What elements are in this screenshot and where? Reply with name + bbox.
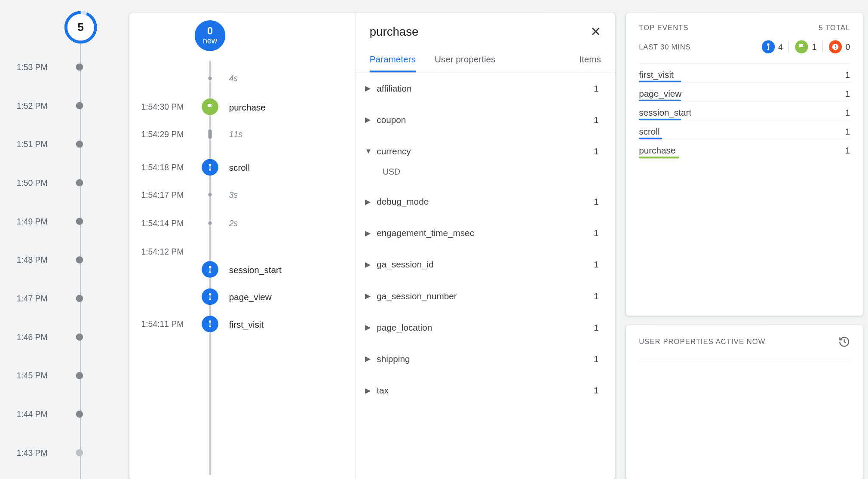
touch-icon [202, 289, 218, 305]
parameter-name: page_location [377, 322, 594, 332]
parameter-count: 1 [594, 291, 599, 301]
svg-point-5 [767, 43, 770, 46]
parameter-row[interactable]: ▶tax1 [356, 375, 615, 406]
top-event-row[interactable]: purchase1 [639, 139, 850, 158]
history-icon[interactable] [838, 336, 850, 348]
expand-icon: ▶ [365, 386, 377, 394]
minute-label: 1:46 PM [0, 332, 65, 342]
parameter-count: 1 [594, 146, 599, 156]
parameters-list[interactable]: ▶affiliation1▶coupon1▼currency1USD▶debug… [356, 72, 615, 479]
new-events-count: 0 [207, 26, 213, 37]
top-event-name: page_view [639, 89, 681, 98]
parameter-row[interactable]: ▶engagement_time_msec1 [356, 217, 615, 249]
parameter-row[interactable]: ▶shipping1 [356, 343, 615, 375]
gap-label: 2s [225, 218, 238, 228]
minute-dot [76, 218, 83, 225]
parameter-row[interactable]: ▶page_location1 [356, 312, 615, 343]
parameter-row[interactable]: ▶coupon1 [356, 104, 615, 135]
minute-timeline-badge[interactable]: 5 [64, 11, 97, 44]
timeline-timestamp: 1:54:12 PM [129, 243, 355, 260]
flag-icon [795, 40, 808, 53]
top-event-count: 1 [845, 145, 850, 155]
touch-icon [202, 261, 218, 278]
parameter-row[interactable]: ▶ga_session_id1 [356, 249, 615, 280]
timeline-event[interactable]: 1:54:30 PMpurchase [129, 98, 355, 115]
parameter-row[interactable]: ▶affiliation1 [356, 72, 615, 104]
gap-label: 3s [225, 190, 238, 200]
top-event-count: 1 [845, 69, 850, 79]
tab-user-properties[interactable]: User properties [435, 49, 496, 73]
parameter-count: 1 [594, 353, 599, 363]
legend-count: 0 [846, 42, 850, 52]
parameter-name: tax [377, 385, 594, 395]
parameter-row[interactable]: ▶debug_mode1 [356, 186, 615, 217]
expand-icon: ▶ [365, 292, 377, 300]
event-name: first_visit [225, 319, 264, 329]
minute-dot [76, 295, 83, 302]
minute-item[interactable]: 1:48 PM [0, 255, 119, 264]
event-stream-card: 0 new 4s1:54:30 PMpurchase1:54:29 PM11s1… [129, 13, 615, 479]
minute-item[interactable]: 1:44 PM [0, 409, 119, 419]
minute-dot [76, 411, 83, 418]
top-event-row[interactable]: page_view1 [639, 82, 850, 101]
user-properties-title: USER PROPERTIES ACTIVE NOW [639, 338, 765, 346]
minute-dot [76, 449, 83, 457]
minute-label: 1:52 PM [0, 101, 65, 111]
minute-item[interactable]: 1:51 PM [0, 139, 119, 149]
top-events-subtitle: LAST 30 MINS [639, 43, 690, 51]
minute-item[interactable]: 1:50 PM [0, 178, 119, 187]
minute-item[interactable]: 1:52 PM [0, 101, 119, 111]
new-events-badge[interactable]: 0 new [195, 20, 226, 51]
expand-icon: ▶ [365, 323, 377, 331]
minute-label: 1:43 PM [0, 448, 65, 458]
parameter-row[interactable]: ▼currency1 [356, 135, 615, 167]
event-time: 1:54:11 PM [129, 319, 195, 329]
top-event-row[interactable]: first_visit1 [639, 63, 850, 82]
minute-badge-count: 5 [77, 21, 84, 34]
event-time: 1:54:12 PM [129, 247, 195, 256]
parameter-row[interactable]: ▶ga_session_number1 [356, 280, 615, 311]
minute-item[interactable]: 1:46 PM [0, 332, 119, 342]
tab-parameters[interactable]: Parameters [370, 49, 416, 73]
top-event-row[interactable]: session_start1 [639, 101, 850, 120]
expand-icon: ▶ [365, 260, 377, 268]
timeline-event[interactable]: 1:54:11 PMfirst_visit [129, 316, 355, 332]
minute-item[interactable]: 1:45 PM [0, 371, 119, 381]
top-events-card: TOP EVENTS 5 TOTAL LAST 30 MINS 410 firs… [626, 13, 863, 316]
event-name: purchase [225, 102, 265, 112]
parameter-count: 1 [594, 83, 599, 93]
parameter-name: engagement_time_msec [377, 228, 594, 238]
parameter-count: 1 [594, 385, 599, 395]
minute-timeline: 5 1:53 PM1:52 PM1:51 PM1:50 PM1:49 PM1:4… [0, 0, 119, 479]
timeline-event[interactable]: session_start [129, 261, 355, 278]
event-name: session_start [225, 264, 281, 274]
parameter-name: currency [377, 146, 594, 156]
top-event-count: 1 [845, 89, 850, 98]
close-icon[interactable]: ✕ [590, 25, 601, 38]
top-event-count: 1 [845, 126, 850, 136]
minute-item[interactable]: 1:47 PM [0, 294, 119, 303]
top-event-name: scroll [639, 126, 659, 136]
parameter-name: coupon [377, 114, 594, 124]
top-event-name: session_start [639, 107, 691, 117]
timeline-gap: 1:54:29 PM11s [129, 126, 355, 143]
event-time: 1:54:29 PM [129, 129, 195, 139]
parameter-count: 1 [594, 259, 599, 269]
parameter-name: ga_session_number [377, 291, 594, 301]
tab-items[interactable]: Items [579, 49, 601, 73]
expand-icon: ▶ [365, 115, 377, 123]
timeline-gap: 4s [129, 70, 355, 87]
top-events-total: 5 TOTAL [819, 24, 850, 32]
minute-item[interactable]: 1:53 PM [0, 62, 119, 72]
top-event-row[interactable]: scroll1 [639, 120, 850, 139]
timeline-event[interactable]: 1:54:18 PMscroll [129, 159, 355, 176]
minute-item[interactable]: 1:43 PM [0, 448, 119, 458]
expand-icon: ▶ [365, 197, 377, 206]
parameter-name: shipping [377, 353, 594, 363]
timeline-event[interactable]: page_view [129, 289, 355, 305]
legend-count: 1 [812, 42, 816, 52]
minute-dot [76, 179, 83, 187]
minute-label: 1:53 PM [0, 62, 65, 72]
minute-item[interactable]: 1:49 PM [0, 217, 119, 226]
event-time: 1:54:30 PM [129, 102, 195, 111]
